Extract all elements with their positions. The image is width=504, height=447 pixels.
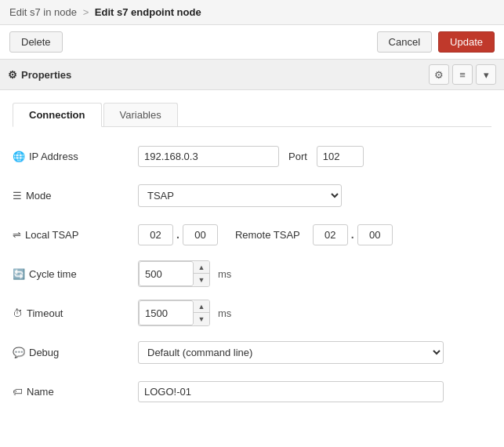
local-tsap-input2[interactable]	[183, 224, 218, 245]
ip-address-controls: Port	[138, 146, 491, 167]
debug-icon: 💬	[13, 347, 25, 358]
debug-select[interactable]: Default (command line) On Off	[138, 341, 444, 364]
timeout-increment[interactable]: ▲	[194, 300, 209, 313]
port-input[interactable]	[317, 146, 364, 167]
cycle-time-label: 🔄 Cycle time	[13, 268, 138, 280]
timeout-icon: ⏱	[13, 307, 23, 319]
name-label: 🏷 Name	[13, 386, 138, 398]
tabs: Connection Variables	[13, 103, 491, 127]
debug-controls: Default (command line) On Off	[138, 341, 491, 364]
globe-icon: 🌐	[13, 151, 25, 162]
cycle-time-input[interactable]	[139, 261, 194, 286]
tab-connection[interactable]: Connection	[13, 103, 102, 127]
tsap-row: ⇌ Local TSAP . Remote TSAP .	[13, 221, 491, 248]
name-icon: 🏷	[13, 386, 23, 398]
remote-tsap-group: .	[313, 224, 393, 245]
cycle-time-row: 🔄 Cycle time ▲ ▼ ms	[13, 260, 491, 287]
toolbar-right: Cancel Update	[377, 31, 495, 53]
breadcrumb-separator: >	[83, 6, 89, 18]
mode-controls: TSAP Rack/Slot	[138, 184, 491, 207]
settings-icon-button[interactable]: ⚙	[429, 64, 449, 85]
name-row: 🏷 Name	[13, 378, 491, 405]
properties-label: Properties	[21, 69, 71, 81]
port-label: Port	[288, 151, 307, 162]
properties-title: ⚙ Properties	[8, 69, 71, 81]
mode-icon: ☰	[13, 190, 22, 202]
tsap-dot-1: .	[176, 228, 179, 241]
tsap-controls: . Remote TSAP .	[138, 224, 491, 245]
ip-address-row: 🌐 IP Address Port	[13, 143, 491, 169]
cycle-time-decrement[interactable]: ▼	[194, 274, 209, 286]
debug-row: 💬 Debug Default (command line) On Off	[13, 339, 491, 365]
properties-icons: ⚙ ≡ ▾	[429, 64, 496, 85]
local-tsap-group: .	[138, 224, 218, 245]
delete-button[interactable]: Delete	[9, 31, 63, 53]
local-tsap-input1[interactable]	[138, 224, 173, 245]
cycle-time-increment[interactable]: ▲	[194, 261, 209, 274]
timeout-decrement[interactable]: ▼	[194, 313, 209, 325]
tsap-dot-2: .	[351, 228, 354, 241]
toolbar-left: Delete	[9, 31, 63, 53]
document-icon-button[interactable]: ≡	[452, 64, 473, 85]
mode-row: ☰ Mode TSAP Rack/Slot	[13, 182, 491, 209]
timeout-row: ⏱ Timeout ▲ ▼ ms	[13, 300, 491, 326]
name-input[interactable]	[138, 381, 444, 402]
timeout-controls: ▲ ▼ ms	[138, 300, 491, 326]
gear-icon: ⚙	[8, 69, 17, 81]
toolbar: Delete Cancel Update	[0, 25, 504, 60]
update-button[interactable]: Update	[438, 31, 495, 53]
chevron-down-icon-button[interactable]: ▾	[476, 64, 496, 85]
tab-variables[interactable]: Variables	[103, 103, 178, 126]
title-bar: Edit s7 in node > Edit s7 endpoint node	[0, 0, 504, 25]
mode-label: ☰ Mode	[13, 190, 138, 202]
main-content: Connection Variables 🌐 IP Address Port ☰…	[0, 90, 504, 430]
remote-tsap-label: Remote TSAP	[235, 229, 300, 241]
ip-address-input[interactable]	[138, 146, 279, 167]
remote-tsap-input2[interactable]	[357, 224, 393, 245]
mode-select[interactable]: TSAP Rack/Slot	[138, 184, 342, 207]
debug-label: 💬 Debug	[13, 347, 138, 358]
tsap-icon: ⇌	[13, 229, 21, 241]
local-tsap-label: ⇌ Local TSAP	[13, 229, 138, 241]
timeout-unit: ms	[218, 307, 231, 319]
timeout-input[interactable]	[139, 300, 194, 325]
breadcrumb-link[interactable]: Edit s7 in node	[9, 6, 77, 18]
timeout-spinner: ▲ ▼	[138, 300, 210, 326]
cycle-time-spinner-buttons: ▲ ▼	[194, 261, 209, 286]
cycle-time-unit: ms	[218, 268, 231, 280]
timeout-spinner-buttons: ▲ ▼	[194, 300, 209, 325]
properties-header: ⚙ Properties ⚙ ≡ ▾	[0, 60, 504, 90]
cancel-button[interactable]: Cancel	[377, 31, 432, 53]
ip-address-label: 🌐 IP Address	[13, 151, 138, 162]
timeout-label: ⏱ Timeout	[13, 307, 138, 319]
cycle-icon: 🔄	[13, 268, 25, 280]
cycle-time-controls: ▲ ▼ ms	[138, 260, 491, 287]
cycle-time-spinner: ▲ ▼	[138, 260, 210, 287]
name-controls	[138, 381, 491, 402]
page-title: Edit s7 endpoint node	[95, 6, 201, 18]
remote-tsap-input1[interactable]	[313, 224, 348, 245]
